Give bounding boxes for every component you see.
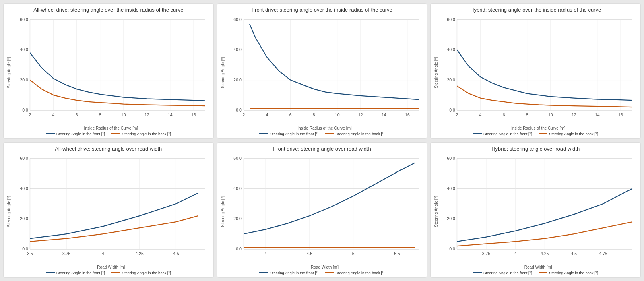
svg-text:12: 12 (572, 112, 576, 117)
svg-text:0,0: 0,0 (236, 107, 242, 112)
svg-text:4: 4 (264, 251, 267, 256)
svg-text:8: 8 (312, 112, 315, 117)
chart-area-awd-road: Steering Angle [°]0,020,040,060,03.53.75… (7, 153, 210, 269)
chart-area-front-road: Steering Angle [°]0,020,040,060,044.555.… (221, 153, 424, 269)
svg-text:4: 4 (514, 251, 517, 256)
legend-text-0: Steering Angle in the front [°] (56, 132, 105, 136)
legend-item-1: Steering Angle in the back [°] (539, 271, 598, 275)
chart-title-front-road: Front drive: steering angle over road wi… (273, 146, 371, 153)
legend-item-1: Steering Angle in the back [°] (325, 271, 384, 275)
chart-inner-front-road: 0,020,040,060,044.555.5Road Width [m] (226, 153, 424, 269)
svg-text:20,0: 20,0 (447, 216, 455, 221)
legend-hybrid-curve: Steering Angle in the front [°]Steering … (473, 132, 598, 136)
chart-svg-hybrid-road: 0,020,040,060,03.7544.254.54.75 (439, 153, 637, 264)
svg-text:16: 16 (618, 112, 623, 117)
svg-text:4.25: 4.25 (135, 251, 143, 256)
svg-text:40,0: 40,0 (20, 186, 28, 191)
chart-area-awd-curve: Steering Angle [°]0,020,040,060,02468101… (7, 14, 210, 130)
svg-text:60,0: 60,0 (447, 156, 455, 161)
legend-item-1: Steering Angle in the back [°] (325, 132, 384, 136)
svg-text:4.25: 4.25 (541, 251, 549, 256)
chart-svg-awd-curve: 0,020,040,060,0246810121416 (12, 14, 210, 125)
chart-svg-front-curve: 0,020,040,060,0246810121416 (226, 14, 424, 125)
svg-text:4: 4 (266, 112, 268, 117)
svg-text:3.75: 3.75 (62, 251, 70, 256)
legend-front-road: Steering Angle in the front [°]Steering … (259, 271, 384, 275)
legend-item-0: Steering Angle in the front [°] (259, 132, 318, 136)
legend-color-1 (325, 272, 334, 273)
chart-inner-front-curve: 0,020,040,060,0246810121416Inside Radius… (226, 14, 424, 130)
svg-text:40,0: 40,0 (447, 186, 455, 191)
legend-color-1 (539, 272, 547, 273)
chart-title-hybrid-curve: Hybrid: steering angle over the inside r… (470, 7, 601, 14)
chart-card-hybrid-curve: Hybrid: steering angle over the inside r… (430, 3, 641, 139)
legend-color-1 (111, 133, 120, 134)
svg-text:2: 2 (242, 112, 245, 117)
y-label-front-road: Steering Angle [°] (221, 153, 225, 269)
legend-color-1 (325, 133, 334, 134)
svg-text:0,0: 0,0 (449, 246, 455, 251)
legend-awd-road: Steering Angle in the front [°]Steering … (46, 271, 171, 275)
x-label-front-curve: Inside Radius of the Curve [m] (226, 126, 424, 130)
svg-text:12: 12 (144, 112, 149, 117)
legend-text-1: Steering Angle in the back [°] (335, 271, 384, 275)
chart-area-front-curve: Steering Angle [°]0,020,040,060,02468101… (221, 14, 424, 130)
legend-text-0: Steering Angle in the front [°] (270, 132, 318, 136)
x-label-front-road: Road Width [m] (226, 265, 424, 269)
y-label-hybrid-curve: Steering Angle [°] (434, 14, 438, 130)
chart-inner-hybrid-curve: 0,020,040,060,0246810121416Inside Radius… (439, 14, 637, 130)
svg-text:16: 16 (191, 112, 196, 117)
svg-text:40,0: 40,0 (20, 47, 28, 52)
svg-text:12: 12 (358, 112, 363, 117)
svg-text:60,0: 60,0 (20, 17, 28, 22)
legend-item-0: Steering Angle in the front [°] (46, 271, 105, 275)
svg-text:20,0: 20,0 (233, 77, 242, 82)
legend-item-1: Steering Angle in the back [°] (111, 271, 171, 275)
svg-text:40,0: 40,0 (233, 47, 242, 52)
legend-color-0 (473, 272, 482, 273)
svg-text:10: 10 (335, 112, 340, 117)
legend-text-1: Steering Angle in the back [°] (335, 132, 384, 136)
svg-text:4.5: 4.5 (306, 251, 312, 256)
legend-text-1: Steering Angle in the back [°] (549, 271, 598, 275)
y-label-awd-road: Steering Angle [°] (7, 153, 11, 269)
chart-area-hybrid-curve: Steering Angle [°]0,020,040,060,02468101… (434, 14, 637, 130)
legend-item-1: Steering Angle in the back [°] (111, 132, 171, 136)
svg-text:10: 10 (548, 112, 553, 117)
legend-item-0: Steering Angle in the front [°] (473, 271, 532, 275)
x-label-hybrid-road: Road Width [m] (439, 265, 637, 269)
svg-text:3.75: 3.75 (482, 251, 490, 256)
legend-item-1: Steering Angle in the back [°] (539, 132, 598, 136)
svg-text:16: 16 (405, 112, 410, 117)
svg-text:0,0: 0,0 (236, 246, 242, 251)
svg-text:20,0: 20,0 (20, 77, 28, 82)
svg-text:6: 6 (76, 112, 78, 117)
legend-text-1: Steering Angle in the back [°] (122, 132, 171, 136)
chart-area-hybrid-road: Steering Angle [°]0,020,040,060,03.7544.… (434, 153, 637, 269)
chart-title-hybrid-road: Hybrid: steering angle over road width (491, 146, 580, 153)
chart-card-front-curve: Front drive: steering angle over the ins… (217, 3, 427, 139)
svg-text:60,0: 60,0 (447, 17, 455, 22)
svg-text:4.75: 4.75 (599, 251, 607, 256)
svg-text:14: 14 (595, 112, 600, 117)
legend-color-0 (259, 133, 268, 134)
legend-text-0: Steering Angle in the front [°] (483, 271, 532, 275)
chart-svg-awd-road: 0,020,040,060,03.53.7544.254.5 (12, 153, 210, 264)
svg-text:5: 5 (352, 251, 354, 256)
chart-title-awd-curve: All-wheel drive: steering angle over the… (33, 7, 183, 14)
x-label-awd-road: Road Width [m] (12, 265, 210, 269)
svg-text:2: 2 (456, 112, 458, 117)
svg-text:20,0: 20,0 (233, 216, 242, 221)
legend-text-0: Steering Angle in the front [°] (270, 271, 318, 275)
chart-card-awd-road: All-wheel drive: steering angle over roa… (3, 142, 214, 278)
legend-color-1 (539, 133, 547, 134)
svg-text:4: 4 (52, 112, 55, 117)
svg-text:40,0: 40,0 (233, 186, 242, 191)
svg-text:40,0: 40,0 (447, 47, 455, 52)
legend-color-0 (46, 272, 55, 273)
svg-text:20,0: 20,0 (447, 77, 455, 82)
legend-hybrid-road: Steering Angle in the front [°]Steering … (473, 271, 598, 275)
chart-svg-front-road: 0,020,040,060,044.555.5 (226, 153, 424, 264)
legend-text-0: Steering Angle in the front [°] (483, 132, 532, 136)
chart-inner-awd-road: 0,020,040,060,03.53.7544.254.5Road Width… (12, 153, 210, 269)
